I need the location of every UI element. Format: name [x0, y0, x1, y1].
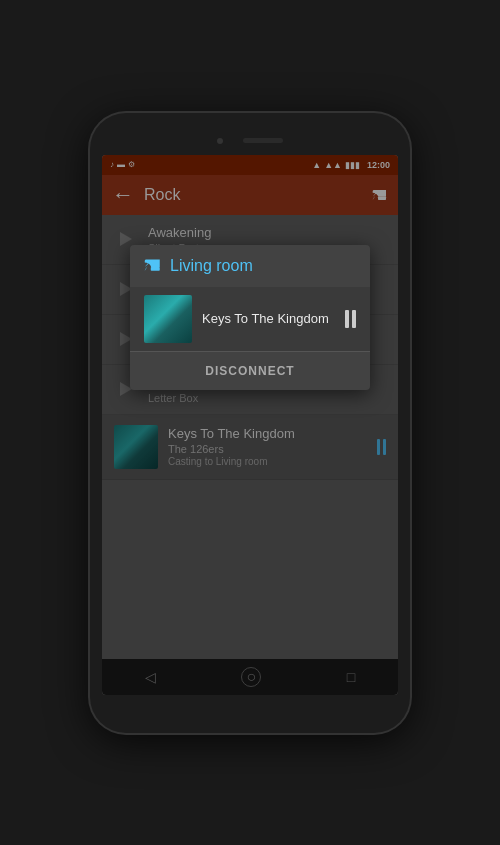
disconnect-button[interactable]: DISCONNECT — [130, 351, 370, 390]
svg-rect-1 — [151, 267, 160, 271]
phone-top-bar — [102, 131, 398, 151]
cast-popup-track: Keys To The Kingdom — [130, 287, 370, 351]
cast-popup-icon — [144, 257, 162, 275]
phone-screen: ♪ ▬ ⚙ ▲ ▲▲ ▮▮▮ 12:00 ← Rock — [102, 155, 398, 695]
phone-device: ♪ ▬ ⚙ ▲ ▲▲ ▮▮▮ 12:00 ← Rock — [90, 113, 410, 733]
cast-track-pause-icon — [345, 310, 356, 328]
cast-popup-header: Living room — [130, 245, 370, 287]
cast-popup-overlay: Living room Keys To The Kingdom DISCONNE… — [102, 155, 398, 695]
cast-track-thumbnail — [144, 295, 192, 343]
camera-dot — [217, 138, 223, 144]
phone-bottom — [102, 699, 398, 715]
speaker-grille — [243, 138, 283, 143]
cast-track-title: Keys To The Kingdom — [202, 311, 335, 326]
cast-popup-room-label: Living room — [170, 257, 253, 275]
cast-popup: Living room Keys To The Kingdom DISCONNE… — [130, 245, 370, 390]
